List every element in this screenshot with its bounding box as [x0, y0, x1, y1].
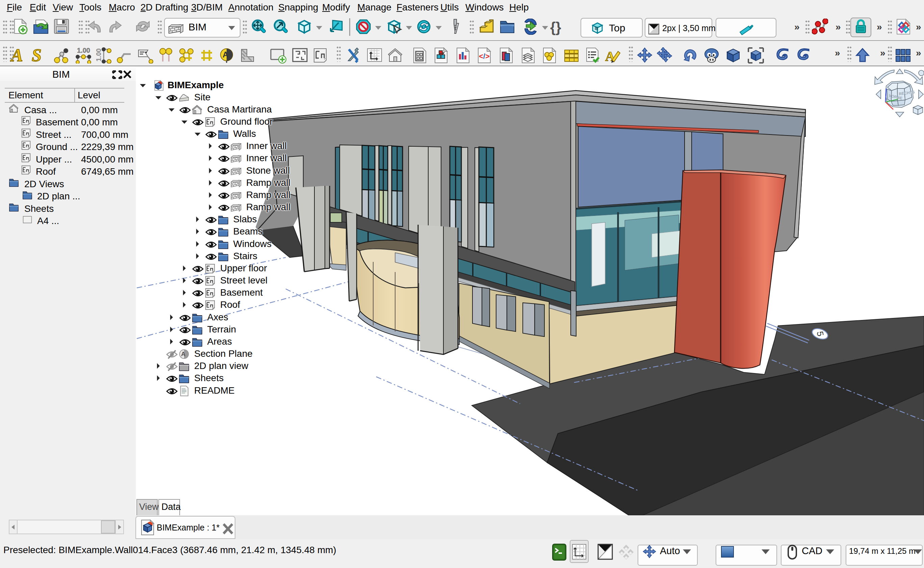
svg-text:1.00: 1.00 — [96, 48, 102, 62]
svg-text:A: A — [223, 50, 228, 59]
svg-text:A: A — [181, 351, 185, 358]
svg-text:</>: </> — [479, 52, 490, 60]
svg-text:1.00: 1.00 — [77, 47, 90, 54]
